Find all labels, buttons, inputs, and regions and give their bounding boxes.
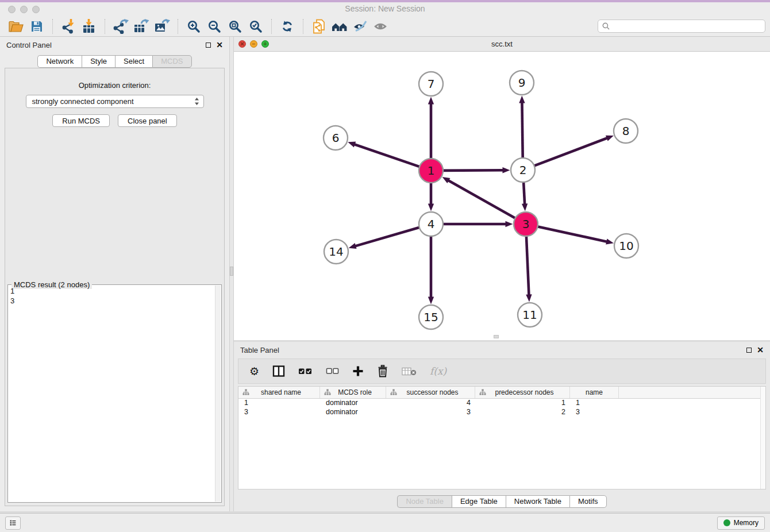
show-columns-button[interactable] — [272, 365, 285, 377]
export-table-button[interactable] — [131, 18, 152, 35]
cell-mcds-role[interactable]: dominator — [320, 408, 386, 417]
graph-edge-arrowhead — [606, 238, 614, 244]
zoom-selected-button[interactable] — [245, 18, 266, 35]
unselect-all-icon — [326, 367, 339, 375]
open-session-button[interactable] — [6, 18, 26, 35]
graph-edge-3-1[interactable] — [448, 180, 517, 219]
column-header-name[interactable]: name — [570, 387, 619, 398]
mcds-result-list[interactable]: 1 3 — [10, 286, 213, 501]
home-view-button[interactable] — [329, 18, 350, 35]
tab-network-table[interactable]: Network Table — [506, 495, 569, 508]
search-input[interactable] — [613, 21, 761, 31]
table-row[interactable]: 1 dominator 4 1 1 — [238, 399, 765, 408]
task-history-button[interactable] — [5, 516, 21, 530]
network-minimize-button[interactable]: − — [250, 40, 257, 48]
tab-style[interactable]: Style — [82, 55, 115, 68]
graph-edge-2-8[interactable] — [533, 138, 607, 166]
delete-row-button[interactable] — [377, 365, 388, 377]
tab-network[interactable]: Network — [37, 55, 82, 68]
tree-icon — [390, 389, 397, 396]
graph-svg[interactable]: 7968124314101511 — [234, 52, 770, 340]
tree-icon — [479, 389, 486, 396]
result-scrollbar[interactable] — [215, 286, 221, 502]
mcds-result-item[interactable]: 3 — [10, 296, 213, 306]
close-table-panel-button[interactable]: ✕ — [757, 347, 764, 353]
unselect-all-button[interactable] — [326, 367, 339, 375]
graph-node-label: 8 — [622, 124, 630, 138]
graph-edge-4-14[interactable] — [355, 227, 421, 246]
graph-edge-3-10[interactable] — [536, 226, 607, 242]
cell-shared-name[interactable]: 3 — [238, 408, 320, 417]
new-network-from-file-button[interactable] — [309, 18, 329, 35]
cell-mcds-role[interactable]: dominator — [320, 399, 386, 408]
zoom-in-button[interactable] — [183, 18, 204, 35]
export-network-button[interactable] — [110, 18, 131, 35]
splitter-handle[interactable] — [230, 267, 233, 276]
add-row-button[interactable] — [352, 365, 364, 377]
network-close-button[interactable]: ✕ — [238, 40, 246, 48]
hide-graphics-details-button[interactable] — [350, 18, 371, 35]
save-session-button[interactable] — [26, 18, 47, 35]
toolbar-separator — [105, 19, 105, 34]
network-view-window: scc.txt ✕ − + 7968124314101511 — [234, 37, 770, 340]
close-panel-button[interactable]: ✕ — [216, 42, 223, 48]
float-panel-button[interactable] — [206, 43, 211, 48]
tab-node-table[interactable]: Node Table — [397, 495, 452, 508]
import-network-button[interactable] — [58, 18, 79, 35]
graph-edge-arrowhead — [428, 204, 434, 211]
graph-node-label: 1 — [428, 164, 435, 178]
table-settings-button[interactable]: ⚙ — [249, 366, 259, 377]
cell-name[interactable]: 1 — [570, 399, 619, 408]
network-window-title: scc.txt — [234, 40, 770, 48]
function-builder-button[interactable]: f(x) — [430, 365, 446, 377]
float-table-panel-button[interactable] — [746, 348, 752, 353]
list-icon — [9, 518, 17, 527]
graph-edge-1-2[interactable] — [441, 170, 503, 171]
cell-predecessor-nodes[interactable]: 2 — [475, 408, 570, 417]
network-maximize-button[interactable]: + — [261, 40, 269, 48]
criterion-select[interactable]: strongly connected component — [26, 95, 204, 108]
vertical-splitter[interactable] — [229, 37, 234, 513]
node-table: shared name MCDS role — [238, 386, 766, 489]
tab-edge-table[interactable]: Edge Table — [452, 495, 506, 508]
column-header-successor-nodes[interactable]: successor nodes — [386, 387, 475, 398]
graph-edge-1-6[interactable] — [355, 144, 421, 167]
import-table-button[interactable] — [79, 18, 99, 35]
graph-edge-arrowhead — [502, 167, 510, 173]
canvas-splitter-handle[interactable] — [494, 335, 499, 338]
show-graphics-details-button[interactable] — [371, 18, 391, 35]
cell-shared-name[interactable]: 1 — [238, 399, 320, 408]
memory-button[interactable]: Memory — [717, 516, 765, 530]
network-canvas[interactable]: 7968124314101511 — [234, 52, 770, 340]
toolbar-separator — [271, 19, 272, 34]
cell-successor-nodes[interactable]: 4 — [386, 399, 475, 408]
column-header-predecessor-nodes[interactable]: predecessor nodes — [475, 387, 570, 398]
table-scrollbar[interactable] — [760, 387, 765, 489]
zoom-out-button[interactable] — [204, 18, 225, 35]
table-row[interactable]: 3 dominator 3 2 3 — [238, 408, 765, 417]
network-window-titlebar[interactable]: scc.txt ✕ − + — [234, 37, 770, 52]
tab-motifs[interactable]: Motifs — [569, 495, 607, 508]
column-header-shared-name[interactable]: shared name — [238, 387, 320, 398]
delete-table-button[interactable] — [402, 366, 417, 376]
mcds-result-item[interactable]: 1 — [10, 286, 213, 296]
column-header-mcds-role[interactable]: MCDS role — [320, 387, 386, 398]
cell-name[interactable]: 3 — [570, 408, 619, 417]
refresh-network-button[interactable] — [277, 18, 298, 35]
table-panel-title: Table Panel — [240, 346, 279, 354]
mcds-result-box: MCDS result (2 nodes) 1 3 — [7, 284, 222, 503]
graph-edge-2-9[interactable] — [522, 102, 522, 160]
cell-successor-nodes[interactable]: 3 — [386, 408, 475, 417]
graph-edge-3-11[interactable] — [526, 234, 529, 295]
tab-select[interactable]: Select — [115, 55, 152, 68]
close-panel-button-secondary[interactable]: Close panel — [118, 114, 177, 127]
select-all-button[interactable] — [298, 367, 313, 376]
zoom-fit-button[interactable] — [225, 18, 245, 35]
tab-mcds[interactable]: MCDS — [152, 55, 191, 68]
graph-edge-2-3[interactable] — [523, 180, 525, 205]
cell-predecessor-nodes[interactable]: 1 — [475, 399, 570, 408]
export-image-button[interactable] — [152, 18, 172, 35]
search-box[interactable] — [598, 20, 765, 33]
zoom-in-icon — [187, 20, 201, 33]
run-mcds-button[interactable]: Run MCDS — [52, 114, 110, 127]
